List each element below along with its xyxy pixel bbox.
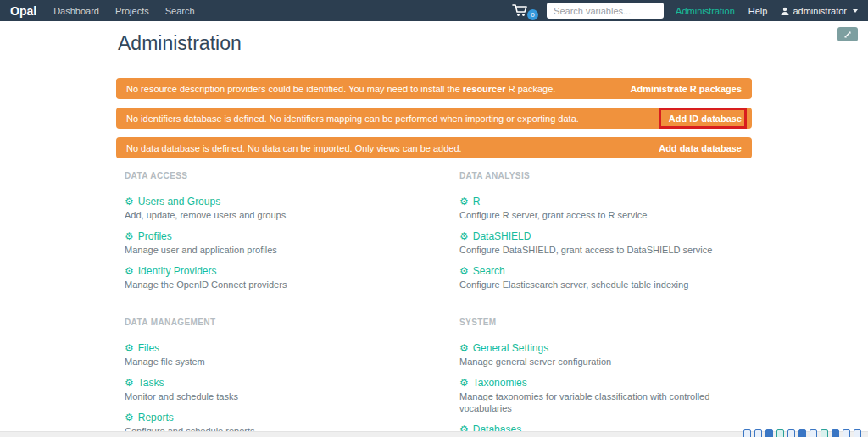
user-name: administrator — [793, 6, 847, 16]
admin-link-r[interactable]: R — [459, 196, 480, 208]
taskbar-icon[interactable] — [798, 429, 806, 437]
list-item: DataSHIELD Configure DataSHIELD, grant a… — [459, 228, 752, 256]
add-id-database-button[interactable]: Add ID database — [669, 113, 742, 124]
taskbar-icon[interactable] — [821, 429, 828, 437]
page-title: Administration — [118, 32, 752, 55]
section-heading: DATA ANALYSIS — [459, 171, 752, 180]
navbar-right: 0 Administration Help administrator — [512, 3, 858, 19]
gear-icon — [459, 342, 469, 355]
list-item: Profiles Manage user and application pro… — [125, 228, 451, 256]
alert-resource-providers: No resource description providers could … — [116, 78, 752, 99]
section-system: SYSTEM General Settings Manage general s… — [451, 318, 752, 437]
admin-link-general-settings[interactable]: General Settings — [459, 342, 548, 355]
user-menu[interactable]: administrator — [781, 6, 858, 16]
add-data-database-button[interactable]: Add data database — [659, 143, 742, 153]
gear-icon — [459, 230, 469, 243]
list-item: Files Manage file system — [125, 340, 451, 368]
cart-button[interactable]: 0 — [512, 4, 528, 17]
gear-icon — [125, 230, 134, 243]
alert-message: No data database is defined. No data can… — [126, 143, 659, 153]
admin-link-profiles[interactable]: Profiles — [125, 230, 172, 243]
search-input[interactable] — [547, 3, 664, 19]
admin-link-taxonomies[interactable]: Taxonomies — [459, 377, 527, 390]
list-item: General Settings Manage general server c… — [459, 340, 752, 368]
user-icon — [781, 7, 789, 15]
list-item: Users and Groups Add, update, remove use… — [125, 193, 451, 221]
item-description: Manage taxonomies for variable classific… — [459, 390, 752, 414]
admin-link-reports[interactable]: Reports — [125, 412, 174, 424]
main-content: Administration No resource description p… — [116, 32, 752, 437]
section-data-management: DATA MANAGEMENT Files Manage file system… — [116, 318, 451, 437]
gear-icon — [459, 265, 469, 278]
item-description: Configure DataSHIELD, grant access to Da… — [459, 244, 752, 256]
top-navbar: Opal Dashboard Projects Search 0 Adminis… — [0, 0, 868, 21]
gear-icon — [125, 196, 134, 208]
alert-identifiers-database: No identifiers database is defined. No i… — [116, 108, 752, 129]
item-description: Add, update, remove users and groups — [125, 209, 451, 221]
alert-message: No resource description providers could … — [126, 84, 631, 94]
admin-link-files[interactable]: Files — [125, 342, 159, 355]
expand-icon — [843, 30, 852, 39]
admin-link-identity-providers[interactable]: Identity Providers — [125, 265, 216, 278]
nav-administration[interactable]: Administration — [676, 6, 735, 16]
taskbar-icon[interactable] — [843, 429, 850, 437]
section-data-analysis: DATA ANALYSIS R Configure R server, gran… — [451, 171, 752, 297]
taskbar-icon[interactable] — [754, 429, 762, 437]
taskbar-icon[interactable] — [787, 429, 795, 437]
fullscreen-toggle-button[interactable] — [837, 27, 858, 41]
taskbar-icon[interactable] — [765, 429, 773, 437]
taskbar-strip — [0, 431, 868, 437]
section-heading: DATA ACCESS — [125, 171, 451, 180]
item-description: Monitor and schedule tasks — [125, 390, 451, 402]
brand-logo[interactable]: Opal — [10, 4, 36, 18]
gear-icon — [125, 412, 134, 424]
admin-link-users-and-groups[interactable]: Users and Groups — [125, 196, 220, 208]
gear-icon — [125, 342, 134, 355]
nav-search[interactable]: Search — [165, 6, 195, 16]
cart-count-badge: 0 — [527, 9, 538, 20]
gear-icon — [125, 265, 134, 278]
gear-icon — [459, 377, 469, 390]
caret-down-icon — [853, 9, 858, 13]
item-description: Configure R server, grant access to R se… — [459, 209, 752, 221]
taskbar-icon[interactable] — [832, 429, 839, 437]
taskbar-icon[interactable] — [854, 429, 861, 437]
admin-link-datashield[interactable]: DataSHIELD — [459, 230, 531, 243]
item-description: Manage user and application profiles — [125, 244, 451, 256]
list-item: Taxonomies Manage taxonomies for variabl… — [459, 374, 752, 414]
list-item: Tasks Monitor and schedule tasks — [125, 374, 451, 402]
alert-message: No identifiers database is defined. No i… — [126, 113, 669, 124]
nav-help[interactable]: Help — [748, 6, 768, 16]
section-heading: DATA MANAGEMENT — [125, 318, 451, 327]
nav-dashboard[interactable]: Dashboard — [53, 6, 99, 16]
list-item: Identity Providers Manage the OpenID Con… — [125, 263, 451, 290]
alerts-area: No resource description providers could … — [116, 78, 752, 158]
admin-link-search[interactable]: Search — [459, 265, 505, 278]
gear-icon — [125, 377, 134, 390]
administrate-r-packages-button[interactable]: Administrate R packages — [631, 84, 742, 94]
taskbar-icon[interactable] — [776, 429, 784, 437]
section-data-access: DATA ACCESS Users and Groups Add, update… — [116, 171, 451, 297]
alert-data-database: No data database is defined. No data can… — [116, 137, 752, 158]
list-item: R Configure R server, grant access to R … — [459, 193, 752, 221]
item-description: Manage file system — [125, 356, 451, 368]
item-description: Configure Elasticsearch server, schedule… — [459, 279, 752, 290]
taskbar-icons — [743, 429, 861, 437]
taskbar-icon[interactable] — [810, 429, 817, 437]
list-item: Search Configure Elasticsearch server, s… — [459, 263, 752, 290]
item-description: Manage general server configuration — [459, 356, 752, 368]
gear-icon — [459, 196, 469, 208]
admin-sections: DATA ACCESS Users and Groups Add, update… — [116, 171, 752, 437]
taskbar-icon[interactable] — [743, 429, 751, 437]
section-heading: SYSTEM — [459, 318, 752, 327]
cart-icon — [512, 4, 528, 17]
admin-link-tasks[interactable]: Tasks — [125, 377, 164, 390]
item-description: Manage the OpenID Connect providers — [125, 279, 451, 290]
nav-projects[interactable]: Projects — [115, 6, 149, 16]
